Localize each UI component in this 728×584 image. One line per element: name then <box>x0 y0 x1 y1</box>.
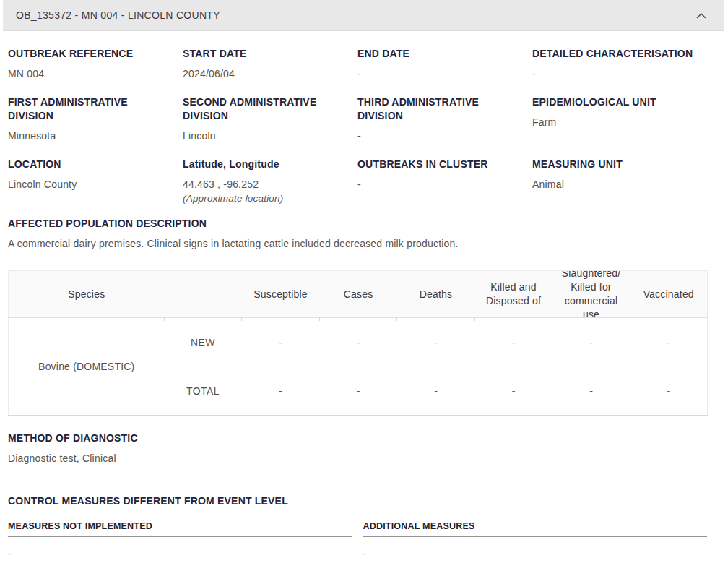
field-value: Farm <box>532 116 697 129</box>
table-header-row: Species Susceptible Cases Deaths Killed … <box>9 271 708 318</box>
cell-new-slaughtered: - <box>552 318 630 367</box>
cell-new-killed: - <box>475 318 552 367</box>
species-quantities-table: Species Susceptible Cases Deaths Killed … <box>8 270 708 416</box>
cell-total-killed: - <box>475 366 552 416</box>
field-value: - <box>358 129 522 143</box>
approximate-location-note: (Approximate location) <box>183 192 347 206</box>
field-epidemiological-unit: EPIDEMIOLOGICAL UNIT Farm <box>532 95 707 143</box>
col-header-vaccinated: Vaccinated <box>630 271 708 318</box>
field-value: - <box>358 178 522 192</box>
cell-total-slaughtered: - <box>552 366 630 416</box>
additional-measures-title: ADDITIONAL MEASURES <box>363 520 708 537</box>
col-header-susceptible: Susceptible <box>242 271 320 318</box>
field-value: Lincoln <box>183 129 347 143</box>
field-value: Animal <box>532 178 697 192</box>
cell-new-susceptible: - <box>242 318 320 367</box>
cell-new-deaths: - <box>397 318 475 367</box>
col-header-slaughtered: Slaughtered/ Killed for commercial use <box>552 271 630 318</box>
control-measures-title: CONTROL MEASURES DIFFERENT FROM EVENT LE… <box>8 494 707 508</box>
row-type-label: TOTAL <box>165 366 242 416</box>
col-header-killed-disposed: Killed and Disposed of <box>475 271 552 318</box>
field-label: END DATE <box>358 47 522 61</box>
measures-not-implemented-title: MEASURES NOT IMPLEMENTED <box>8 520 352 537</box>
field-value: MN 004 <box>8 67 173 81</box>
field-first-admin-division: FIRST ADMINISTRATIVE DIVISION Minnesota <box>8 95 183 143</box>
field-label: DETAILED CHARACTERISATION <box>532 47 697 61</box>
field-value: Lincoln County <box>8 178 173 192</box>
field-second-admin-division: SECOND ADMINISTRATIVE DIVISION Lincoln <box>183 95 358 143</box>
control-measures-columns: MEASURES NOT IMPLEMENTED - ADDITIONAL ME… <box>8 520 707 561</box>
fields-row-3: LOCATION Lincoln County Latitude, Longit… <box>8 158 707 206</box>
field-value: 44.463 , -96.252 <box>183 178 347 192</box>
fields-row-1: OUTBREAK REFERENCE MN 004 START DATE 202… <box>8 47 707 81</box>
species-cell: Bovine (DOMESTIC) <box>9 318 165 416</box>
field-detailed-characterisation: DETAILED CHARACTERISATION - <box>532 47 707 81</box>
outbreak-detail-panel: OUTBREAK REFERENCE MN 004 START DATE 202… <box>8 31 707 561</box>
field-value: - <box>358 67 522 81</box>
additional-measures-value: - <box>363 547 708 561</box>
col-header-deaths: Deaths <box>397 271 475 318</box>
field-location: LOCATION Lincoln County <box>8 158 183 206</box>
cell-new-cases: - <box>320 318 397 367</box>
cell-total-deaths: - <box>397 366 475 416</box>
field-value: Minnesota <box>8 129 173 143</box>
affected-population-title: AFFECTED POPULATION DESCRIPTION <box>8 217 707 231</box>
measures-not-implemented-column: MEASURES NOT IMPLEMENTED - <box>8 520 352 561</box>
affected-population-description: A commercial dairy premises. Clinical si… <box>8 237 707 251</box>
col-header-cases: Cases <box>320 271 397 318</box>
field-label: THIRD ADMINISTRATIVE DIVISION <box>358 95 522 123</box>
col-header-type <box>165 271 242 318</box>
outbreak-title: OB_135372 - MN 004 - LINCOLN COUNTY <box>16 9 220 21</box>
page-right-edge <box>724 0 728 584</box>
field-measuring-unit: MEASURING UNIT Animal <box>532 158 707 206</box>
col-header-species: Species <box>9 271 165 318</box>
cell-total-cases: - <box>320 366 397 416</box>
field-label: LOCATION <box>8 158 173 171</box>
cell-new-vaccinated: - <box>630 318 708 367</box>
method-of-diagnostic-value: Diagnostic test, Clinical <box>8 452 707 465</box>
table-row-new: Bovine (DOMESTIC) NEW - - - - - - <box>9 318 708 367</box>
field-label: FIRST ADMINISTRATIVE DIVISION <box>8 95 173 123</box>
outbreak-accordion-header[interactable]: OB_135372 - MN 004 - LINCOLN COUNTY <box>3 0 724 31</box>
field-label: Latitude, Longitude <box>183 158 347 171</box>
field-label: MEASURING UNIT <box>532 158 697 171</box>
field-label: SECOND ADMINISTRATIVE DIVISION <box>183 95 347 123</box>
cell-total-susceptible: - <box>242 366 320 416</box>
field-end-date: END DATE - <box>358 47 532 81</box>
field-outbreak-reference: OUTBREAK REFERENCE MN 004 <box>8 47 183 81</box>
field-label: OUTBREAK REFERENCE <box>8 47 173 61</box>
field-latitude-longitude: Latitude, Longitude 44.463 , -96.252 (Ap… <box>183 158 358 206</box>
chevron-up-icon[interactable] <box>696 12 706 19</box>
field-value: - <box>532 67 697 81</box>
measures-not-implemented-value: - <box>8 547 352 561</box>
field-label: EPIDEMIOLOGICAL UNIT <box>532 95 697 109</box>
field-value: 2024/06/04 <box>183 67 347 81</box>
row-type-label: NEW <box>165 318 242 367</box>
field-outbreaks-in-cluster: OUTBREAKS IN CLUSTER - <box>358 158 532 206</box>
field-start-date: START DATE 2024/06/04 <box>183 47 358 81</box>
method-of-diagnostic-title: METHOD OF DIAGNOSTIC <box>8 431 707 445</box>
field-label: OUTBREAKS IN CLUSTER <box>358 158 522 171</box>
cell-total-vaccinated: - <box>630 366 708 416</box>
additional-measures-column: ADDITIONAL MEASURES - <box>363 520 708 561</box>
field-label: START DATE <box>183 47 347 61</box>
fields-row-2: FIRST ADMINISTRATIVE DIVISION Minnesota … <box>8 95 707 143</box>
field-third-admin-division: THIRD ADMINISTRATIVE DIVISION - <box>358 95 532 143</box>
